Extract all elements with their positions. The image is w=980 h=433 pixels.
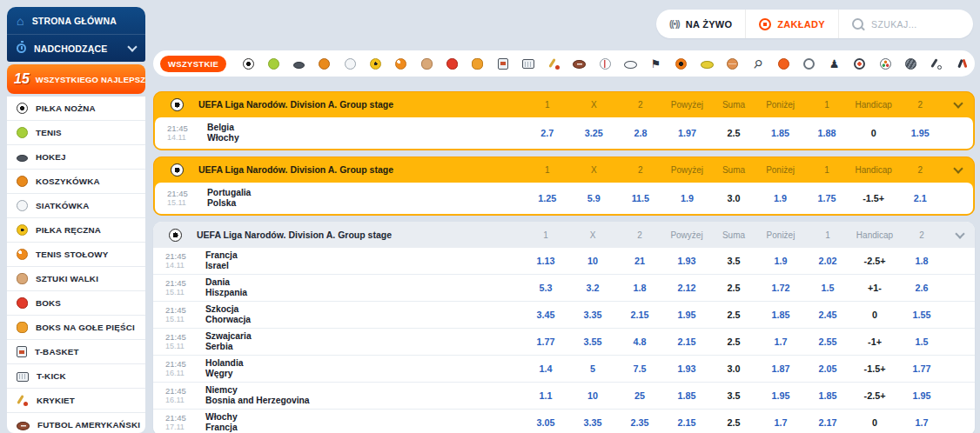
odds-button[interactable]: 10 [569,256,616,266]
match-row[interactable]: 21:4517.11WłochyFrancja3.053.352.352.152… [153,409,975,433]
odds-button[interactable]: 1.95 [898,390,945,401]
sidebar-item-tenis[interactable]: TENIS [7,121,145,145]
odds-button[interactable]: -2.5+ [851,390,898,401]
odds-button[interactable]: 1.8 [898,256,945,266]
match-row[interactable]: 21:4516.11NiemcyBosnia and Herzegovina1.… [153,382,975,409]
odds-button[interactable]: 2.5 [710,310,757,320]
match-row[interactable]: 21:4515.11DaniaHiszpania5.33.21.82.122.5… [153,274,975,301]
filter-volleyball-button[interactable] [342,56,358,71]
filter-aussie-rules-button[interactable] [699,56,715,71]
match-row[interactable]: 21:4514.11BelgiaWłochy2.73.252.81.972.51… [155,117,973,149]
odds-button[interactable]: 2.15 [663,336,710,347]
odds-button[interactable]: 2.55 [804,336,851,347]
filter-badminton-button[interactable] [750,56,766,71]
filter-carom-button[interactable] [877,56,893,71]
odds-button[interactable]: 2.7 [524,128,571,138]
filter-bat-and-ball-button[interactable] [929,56,944,71]
odds-button[interactable]: 1.5 [804,283,851,293]
odds-button[interactable]: 2.6 [898,283,945,293]
filter-streetball-button[interactable] [724,56,740,71]
match-row[interactable]: 21:4515.11SzwajcariaSerbia1.773.554.82.1… [153,328,975,355]
odds-button[interactable]: 1.95 [663,310,710,320]
odds-button[interactable]: 1.87 [757,363,804,374]
filter-martial-arts-button[interactable] [419,56,434,71]
filter-tennis-button[interactable] [265,56,281,71]
sidebar-item-koszykowka[interactable]: KOSZYKÓWKA [7,170,145,194]
match-teams[interactable]: WłochyFrancja [197,412,522,433]
filter-soccer-button[interactable] [240,56,256,71]
odds-button[interactable]: -2.5+ [851,256,898,266]
filter-darts-button[interactable] [852,56,868,71]
filter-beach-volleyball-button[interactable] [775,56,791,71]
odds-button[interactable]: 2.15 [663,417,710,428]
odds-button[interactable]: 1.9 [757,256,804,266]
match-row[interactable]: 21:4515.11SzkocjaChorwacja3.453.352.151.… [153,301,975,328]
filter-bare-knuckle-button[interactable] [470,56,486,71]
sidebar-item-tenis-stolowy[interactable]: TENIS STOŁOWY [7,243,145,267]
odds-button[interactable]: 5 [569,363,616,374]
odds-button[interactable]: 3.5 [710,256,757,266]
live-button[interactable]: ((•)) NA ŻYWO [656,10,745,38]
match-teams[interactable]: NiemcyBosnia and Herzegovina [197,385,522,407]
filter-puck-button[interactable] [292,56,307,71]
sidebar-item-upcoming[interactable]: NADCHODZĄCE [7,34,145,62]
odds-button[interactable]: 3.35 [569,417,616,428]
card-collapse-button[interactable] [945,233,975,237]
odds-button[interactable]: 1.85 [804,390,851,401]
sidebar-item-pilka-nozna[interactable]: PIŁKA NOŻNA [7,97,145,121]
sidebar-item-sztuki-walki[interactable]: SZTUKI WALKI [7,267,145,291]
filter-racing-flag-button[interactable] [648,56,664,71]
search-input[interactable] [869,18,960,30]
sidebar-item-boks-na-gole-piesci[interactable]: BOKS NA GOŁE PIĘŚCI [7,316,145,340]
match-row[interactable]: 21:4514.11FrancjaIsrael1.1310211.933.51.… [153,248,975,274]
odds-button[interactable]: 3.45 [522,310,569,320]
sidebar-item-siatkowka[interactable]: SIATKÓWKA [7,194,145,218]
odds-button[interactable]: 1.7 [898,417,945,428]
match-row[interactable]: 21:4515.11PortugaliaPolska1.255.911.51.9… [155,183,973,214]
filter-baseball-button[interactable] [597,56,613,71]
odds-button[interactable]: 1.5 [898,336,945,347]
odds-button[interactable]: 1.93 [663,363,710,374]
filter-rugby-button[interactable] [622,56,638,71]
filter-boxing-button[interactable] [444,56,460,71]
odds-button[interactable]: 1.77 [898,363,945,374]
odds-button[interactable]: 2.02 [804,256,851,266]
odds-button[interactable]: 1.4 [522,363,569,374]
odds-button[interactable]: 10 [569,390,616,401]
odds-button[interactable]: +1- [851,283,898,293]
match-teams[interactable]: PortugaliaPolska [198,188,524,210]
odds-button[interactable]: 1.77 [522,336,569,347]
odds-button[interactable]: 2.5 [710,283,757,293]
odds-button[interactable]: 2.5 [710,128,757,138]
filter-athletics-button[interactable] [954,56,970,71]
odds-button[interactable]: 2.17 [804,417,851,428]
odds-button[interactable]: 0 [851,310,898,320]
odds-button[interactable]: 2.05 [804,363,851,374]
filter-american-football-button[interactable] [572,56,587,71]
odds-button[interactable]: 3.0 [710,193,757,203]
odds-button[interactable]: 1.9 [757,193,804,203]
odds-button[interactable]: 2.1 [896,193,943,203]
odds-button[interactable]: 1.88 [803,128,850,138]
odds-button[interactable]: 1.93 [663,256,710,266]
odds-button[interactable]: 1.8 [616,283,663,293]
odds-button[interactable]: 1.9 [664,193,711,203]
filter-basketball-button[interactable] [317,56,332,71]
odds-button[interactable]: 1.85 [663,390,710,401]
sidebar-item-home[interactable]: ⌂ STRONA GŁÓWNA [7,7,145,34]
match-row[interactable]: 21:4516.11HolandiaWęgry1.457.51.933.01.8… [153,355,975,382]
odds-button[interactable]: 1.97 [664,128,711,138]
filter-handball-button[interactable] [368,56,384,71]
odds-button[interactable]: 5.9 [571,193,618,203]
odds-button[interactable]: 3.05 [522,417,569,428]
sidebar-item-t-kick[interactable]: T-KICK [7,364,145,389]
filter-chess-button[interactable] [827,56,842,71]
sidebar-item-futbol-amerykanski[interactable]: FUTBOL AMERYKAŃSKI [7,413,145,433]
odds-button[interactable]: 2.45 [804,310,851,320]
odds-button[interactable]: 0 [851,417,898,428]
search-box[interactable] [838,10,973,38]
odds-button[interactable]: 3.5 [710,390,757,401]
odds-button[interactable]: 1.95 [896,128,943,138]
bets-button[interactable]: ZAKŁADY [745,10,838,38]
odds-button[interactable]: 21 [616,256,663,266]
